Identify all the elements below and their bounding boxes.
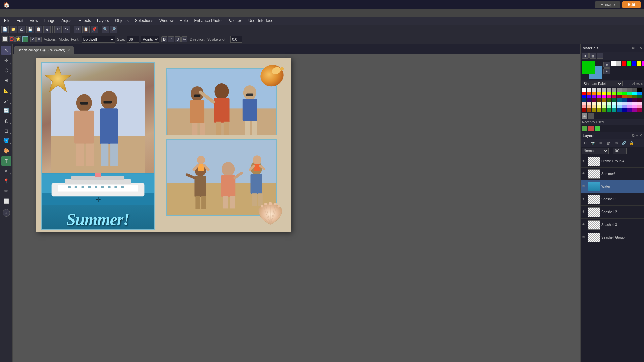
- manage-button[interactable]: Manage: [595, 1, 620, 8]
- text-tool[interactable]: T: [22, 36, 28, 42]
- select-tool[interactable]: ↖: [1, 46, 11, 55]
- color-replacer-tool[interactable]: 🎨: [1, 146, 11, 156]
- swatch-m5[interactable]: [602, 105, 606, 108]
- swatch-r3[interactable]: [592, 92, 596, 95]
- ru-color-3[interactable]: [595, 126, 600, 131]
- clone-tool[interactable]: 🔄: [1, 106, 11, 115]
- paint-tool[interactable]: 🖌: [1, 96, 11, 105]
- mat-grad-btn[interactable]: ▦: [589, 53, 596, 59]
- swatch-r6[interactable]: [607, 92, 611, 95]
- layer-vis-3[interactable]: 👁: [582, 184, 587, 189]
- size-input[interactable]: [127, 36, 139, 43]
- layer-seashell-1[interactable]: 👁 Seashell 1: [581, 193, 644, 206]
- swatch-r12[interactable]: [637, 92, 642, 95]
- summer-text-area[interactable]: ✛ Summer!: [42, 173, 154, 230]
- underline-btn[interactable]: U: [175, 36, 181, 42]
- delete-layer-btn[interactable]: 🗑: [605, 140, 612, 146]
- swatch-c8[interactable]: [617, 98, 622, 102]
- eraser-tool[interactable]: ⬜: [1, 196, 11, 206]
- swatch-p11[interactable]: [632, 102, 637, 105]
- color-magenta[interactable]: [642, 61, 644, 66]
- swatch-3[interactable]: [597, 88, 601, 92]
- layer-vis-1[interactable]: 👁: [582, 159, 587, 164]
- color-picker-tool[interactable]: 📍: [1, 176, 11, 186]
- swatch-p1[interactable]: [582, 102, 586, 105]
- mat-extra-btn1[interactable]: ↻: [603, 62, 610, 68]
- swatch-b6[interactable]: [607, 95, 611, 98]
- layers-min-icon[interactable]: ─: [636, 134, 638, 138]
- swatch-b1[interactable]: [582, 95, 586, 98]
- swatch-b11[interactable]: [632, 95, 637, 98]
- color-green[interactable]: [627, 61, 631, 66]
- text-tool-side[interactable]: T: [1, 156, 11, 166]
- layer-seashell-3[interactable]: 👁 Seashell 3: [581, 219, 644, 231]
- swatch-d4[interactable]: [597, 108, 601, 112]
- swatch-c4[interactable]: [597, 98, 601, 102]
- zoom-out-btn[interactable]: 🔎: [110, 26, 117, 33]
- paste-btn[interactable]: 📌: [91, 26, 98, 33]
- swatch-7[interactable]: [617, 88, 622, 92]
- move-tool[interactable]: ✛: [1, 56, 11, 65]
- new-layer-btn[interactable]: 🗋: [582, 140, 589, 146]
- print-btn[interactable]: 🖨: [43, 26, 51, 33]
- layer-summer[interactable]: 👁 Summer!: [581, 168, 644, 180]
- open-recent-btn[interactable]: 🗂: [18, 26, 25, 33]
- doc-tab-beach[interactable]: Beach collage® @ 60% (Water) ✕: [14, 46, 74, 54]
- swatch-p3[interactable]: [592, 102, 596, 105]
- menu-edit[interactable]: Edit: [14, 18, 26, 24]
- menu-adjust[interactable]: Adjust: [59, 18, 75, 24]
- layer-frame-group-4[interactable]: 👁 Frame Group 4: [581, 155, 644, 168]
- swatch-m1[interactable]: [582, 105, 586, 108]
- brush-icon[interactable]: +: [588, 113, 594, 119]
- swatch-p8[interactable]: [617, 102, 622, 105]
- swatch-r2[interactable]: [587, 92, 591, 95]
- swatch-m3[interactable]: [592, 105, 596, 108]
- swatch-b9[interactable]: [622, 95, 627, 98]
- swatch-m8[interactable]: [617, 105, 622, 108]
- swatch-c6[interactable]: [607, 98, 611, 102]
- swatch-d9[interactable]: [622, 108, 627, 112]
- bold-btn[interactable]: B: [161, 36, 167, 42]
- materials-panel-controls[interactable]: ⧉ ─ ✕: [632, 46, 642, 50]
- foreground-color-swatch[interactable]: [582, 61, 595, 74]
- star-select[interactable]: ⭐: [15, 36, 21, 42]
- layer-seashell-2[interactable]: 👁 Seashell 2: [581, 206, 644, 219]
- check-btn[interactable]: ✓: [30, 37, 36, 42]
- swatch-c12[interactable]: [637, 98, 642, 102]
- menu-palettes[interactable]: Palettes: [225, 18, 245, 24]
- swatch-r7[interactable]: [612, 92, 616, 95]
- swatch-d6[interactable]: [607, 108, 611, 112]
- layers-float-icon[interactable]: ⧉: [632, 134, 634, 138]
- swatch-p7[interactable]: [612, 102, 616, 105]
- swatch-c11[interactable]: [632, 98, 637, 102]
- swatch-1[interactable]: [587, 88, 591, 92]
- swatch-p4[interactable]: [597, 102, 601, 105]
- vector-tool[interactable]: ✕: [1, 166, 11, 176]
- swatch-d8[interactable]: [617, 108, 622, 112]
- zoom-in-btn[interactable]: 🔍: [102, 26, 109, 33]
- swatch-m12[interactable]: [637, 105, 642, 108]
- swatch-p12[interactable]: [637, 102, 642, 105]
- crop-tool[interactable]: ⊞: [1, 76, 11, 85]
- swatch-c3[interactable]: [592, 98, 596, 102]
- fill-tool[interactable]: 🪣: [1, 136, 11, 145]
- swatch-9[interactable]: [627, 88, 632, 92]
- menu-help[interactable]: Help: [177, 18, 191, 24]
- swatch-p10[interactable]: [627, 102, 632, 105]
- materials-close-icon[interactable]: ✕: [639, 46, 642, 50]
- undo-btn[interactable]: ↩: [54, 26, 62, 33]
- swatch-b3[interactable]: [592, 95, 596, 98]
- menu-view[interactable]: View: [27, 18, 41, 24]
- swatch-c2[interactable]: [587, 98, 591, 102]
- swatch-p2[interactable]: [587, 102, 591, 105]
- draw-tool[interactable]: ✏: [1, 186, 11, 196]
- retouch-tool[interactable]: ◐: [1, 116, 11, 125]
- layer-seashell-group[interactable]: 👁 Seashell Group: [581, 231, 644, 244]
- swatch-r11[interactable]: [632, 92, 637, 95]
- swatch-c1[interactable]: [582, 98, 586, 102]
- swatch-m4[interactable]: [597, 105, 601, 108]
- swatch-10[interactable]: [632, 88, 637, 92]
- ru-color-2[interactable]: [588, 126, 594, 131]
- swatch-black[interactable]: [637, 88, 642, 92]
- swatch-d7[interactable]: [612, 108, 616, 112]
